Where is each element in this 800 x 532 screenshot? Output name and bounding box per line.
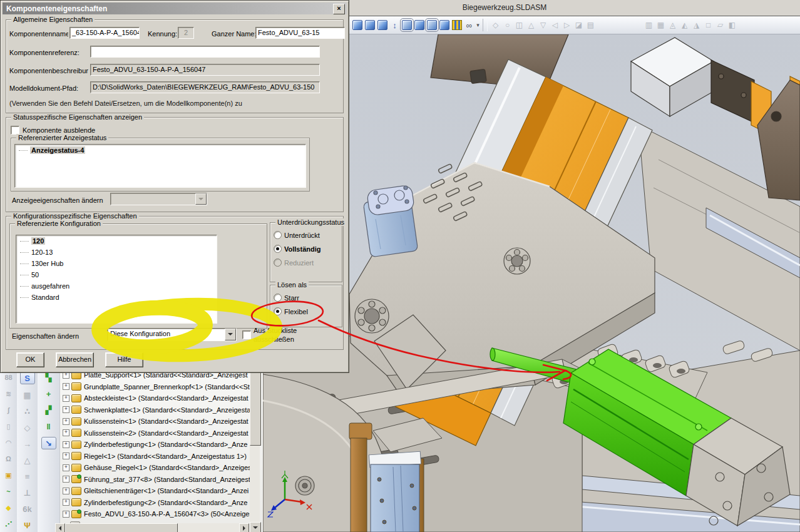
expand-icon[interactable]: + [63,406,69,413]
change-transparency-icon[interactable]: ◫ [514,20,525,31]
tree-item[interactable]: +Riegel<1> (Standard<<Standard>_Anzeiges… [60,451,263,463]
explode-line-sketch-icon[interactable]: ◭ [679,20,690,31]
dropdown-arrow-icon[interactable] [195,193,207,205]
configuration-item[interactable]: Standard [16,292,217,303]
compact-cylinder-blue[interactable] [363,185,418,257]
color-swatch-icon[interactable]: ▣ [2,469,16,481]
rigid-radio[interactable] [274,294,282,302]
dropdown-arrow-icon[interactable] [225,329,236,340]
expand-icon[interactable]: + [63,464,69,471]
tree-item[interactable]: +Grundplatte_Spanner_Brennerkopf<1> (Sta… [60,381,263,393]
reload-icon[interactable]: ↘ [41,437,56,449]
view-orientation-icon[interactable] [352,20,362,30]
tree-item[interactable]: +Kulissenstein<1> (Standard<<Standard>_A… [60,416,263,427]
centerline-icon[interactable]: ⋰ [2,518,16,529]
routing-spline-icon[interactable]: ~ [2,486,16,497]
hole-pattern-icon[interactable]: ∴ [21,406,34,417]
display-state-item[interactable]: Anzeigestatus-4 [15,145,305,156]
display-state-list[interactable]: Anzeigestatus-4 [14,144,306,188]
error-diagnostics-icon[interactable]: △ [21,454,34,466]
configuration-item[interactable]: ausgefahren [16,280,217,292]
draft-analysis-icon[interactable]: ◧ [727,20,737,31]
tree-item[interactable]: +Schwenkplatte<1> (Standard<<Standard>_A… [60,404,263,416]
expand-icon[interactable]: + [63,499,69,506]
expand-icon[interactable]: + [63,429,69,436]
expand-icon[interactable]: + [63,441,69,448]
tree-item[interactable]: +Kulissenstein<2> (Standard<<Standard>_A… [60,427,263,439]
tree-hscroll-right-button[interactable] [239,523,249,532]
close-icon[interactable]: × [333,4,345,14]
section-view-icon[interactable] [452,20,462,30]
tree-item[interactable]: +Führung_star_377<8> (Standard<Standard_… [60,474,263,486]
check-sketch-icon[interactable]: S [20,372,35,384]
exploded-view-assembly-icon[interactable]: ▚ [42,372,56,383]
expand-icon[interactable]: + [63,418,69,425]
ok-button[interactable]: OK [16,352,44,367]
design-table-icon[interactable]: 88 [2,372,16,383]
arc-icon[interactable]: ◠ [2,437,16,448]
expand-icon[interactable]: + [63,488,69,494]
planar-surface-icon[interactable]: ▯ [2,421,16,432]
hide-component-checkbox[interactable] [11,126,19,135]
width-mate-icon[interactable]: ‖ [42,421,56,432]
curvature-comb-icon[interactable]: ≋ [2,388,16,399]
component-name-input[interactable]: _63-150-A-P-A_156047 [69,27,140,39]
configuration-item[interactable]: 50 [16,269,217,280]
perpendicular-icon[interactable]: ⊥ [21,487,34,498]
insert-component-icon[interactable]: ◇ [490,20,501,31]
suppressed-radio[interactable] [274,231,282,239]
component-reference-input[interactable] [90,46,320,58]
zoom-fit-icon[interactable] [365,20,375,30]
exclude-from-bom-checkbox[interactable] [242,330,251,339]
pattern-icon[interactable]: ▞ [42,404,56,416]
configuration-item[interactable]: 130er Hub [16,258,217,269]
flexible-radio[interactable] [274,307,282,315]
zoom-area-icon[interactable] [377,20,387,30]
shaded-icon[interactable] [439,20,449,30]
change-properties-dropdown[interactable]: Diese Konfiguration [107,328,237,341]
edit-component-icon[interactable]: △ [526,20,536,31]
simulation-icon[interactable]: ◮ [691,20,702,31]
loop-icon[interactable]: Ω [2,453,16,464]
tree-item[interactable]: +Zylinderbefestigung<1> (Standard<<Stand… [60,439,263,451]
tree-item[interactable]: +Zylinderbefestigung<2> (Standard<<Stand… [60,497,263,509]
box-icon[interactable]: ◇ [21,422,34,433]
configuration-item[interactable]: 120 [16,235,217,247]
view-settings-icon[interactable]: ∞ [464,20,474,31]
interference-detection-icon[interactable]: ▥ [644,20,654,31]
expand-icon[interactable]: + [63,395,69,402]
section-lines-icon[interactable]: ≡ [21,471,34,482]
sweep-icon[interactable]: → [21,438,34,449]
tree-item[interactable]: +Gleitschienenträger<1> (Standard<<Stand… [60,485,263,497]
curvature-icon[interactable]: □ [703,20,714,31]
tree-vscroll-down-button[interactable] [250,522,261,532]
help-button[interactable]: Hilfe [105,352,143,367]
weld-symbol-icon[interactable]: ◆ [2,502,16,513]
resolved-radio[interactable] [274,245,282,253]
expand-icon[interactable]: + [63,511,69,518]
tree-vscroll-thumb[interactable] [250,369,261,446]
move-component-icon[interactable]: ▷ [562,20,572,31]
expand-icon[interactable]: + [63,383,69,390]
exploded-view-icon[interactable]: ◬ [667,20,678,31]
tree-item[interactable]: +Absteckleiste<1> (Standard<<Standard>_A… [60,392,263,404]
display-properties-dropdown[interactable] [110,193,207,205]
expand-icon[interactable]: + [63,476,69,483]
configuration-item[interactable]: 120-13 [16,247,217,258]
tree-item[interactable]: +Festo_ADVU_63-150-A-P-A_156047<3> (50<A… [60,508,263,520]
grid-icon[interactable]: ▦ [21,389,34,401]
hide-show-component-icon[interactable]: ○ [502,20,513,31]
rotate-component-icon[interactable]: ◪ [573,20,584,31]
no-external-references-icon[interactable]: ▽ [538,20,548,31]
mass-properties-icon[interactable]: Ψ [21,519,34,531]
interference-check-icon[interactable]: + [42,388,56,399]
expand-icon[interactable]: + [63,453,69,459]
tree-item[interactable]: +Gehäuse_Riegel<1> (Standard<<Standard>_… [60,462,263,474]
statistics-icon[interactable]: 6k [21,503,34,514]
wireframe-icon[interactable] [402,20,412,30]
dialog-titlebar[interactable]: Komponenteneigenschaften [3,3,347,14]
tree-hscroll-thumb[interactable] [65,523,178,532]
spline-icon[interactable]: ∫ [2,404,16,416]
mate-icon[interactable]: ◁ [550,20,560,31]
tree-hscroll-left-button[interactable] [55,523,65,532]
